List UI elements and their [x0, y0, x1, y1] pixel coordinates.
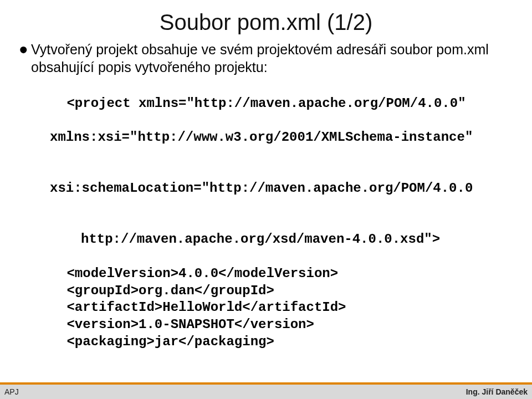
code-line: <packaging>jar</packaging> [66, 334, 274, 349]
footer-bar: APJ Ing. Jiří Daněček [0, 385, 532, 399]
slide: Soubor pom.xml (1/2) ● Vytvořený projekt… [0, 0, 532, 399]
code-block: <project xmlns="http://maven.apache.org/… [19, 77, 513, 399]
slide-body: ● Vytvořený projekt obsahuje ve svém pro… [0, 38, 532, 399]
code-line: <project xmlns="http://maven.apache.org/… [66, 96, 466, 111]
code-line: <version>1.0-SNAPSHOT</version> [66, 317, 314, 332]
code-line: <groupId>org.dan</groupId> [66, 283, 274, 298]
code-line: <artifactId>HelloWorld</artifactId> [66, 300, 346, 315]
bullet-item: ● Vytvořený projekt obsahuje ve svém pro… [19, 40, 513, 76]
slide-title: Soubor pom.xml (1/2) [0, 0, 532, 38]
bullet-dot-icon: ● [19, 40, 31, 76]
code-blank-line [19, 367, 513, 383]
code-line: xsi:schemaLocation="http://maven.apache.… [19, 180, 513, 197]
bullet-text: Vytvořený projekt obsahuje ve svém proje… [31, 40, 513, 76]
footer-right: Ing. Jiří Daněček [466, 387, 528, 396]
footer-left: APJ [4, 387, 19, 396]
code-line: <modelVersion>4.0.0</modelVersion> [66, 266, 338, 281]
code-line: http://maven.apache.org/xsd/maven-4.0.0.… [19, 231, 513, 248]
code-line: xmlns:xsi="http://www.w3.org/2001/XMLSch… [19, 129, 513, 146]
